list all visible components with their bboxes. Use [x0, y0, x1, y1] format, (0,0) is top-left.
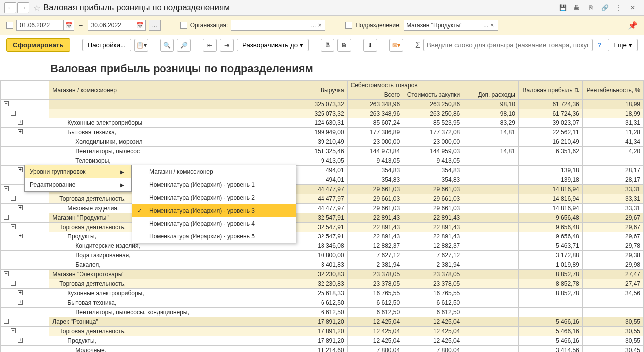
forward-button[interactable]: →	[17, 2, 29, 13]
tree-toggle-icon[interactable]: +	[18, 234, 23, 238]
date-range-dialog-button[interactable]: ...	[149, 20, 161, 31]
table-row[interactable]: −Торговая деятельность,32 547,9122 891,4…	[1, 223, 644, 232]
favorite-star-icon[interactable]: ☆	[33, 3, 40, 13]
table-row[interactable]: Бакалея,3 401,832 381,942 381,941 019,89…	[1, 260, 644, 270]
cm-level-4[interactable]: Номенклатура (Иерархия) - уровень 4	[132, 217, 296, 230]
tree-toggle-icon[interactable]: −	[11, 196, 16, 201]
table-row[interactable]: Молочные,11 214,607 800,047 800,043 414,…	[1, 346, 644, 352]
tree-toggle-icon[interactable]: −	[11, 328, 16, 333]
table-row[interactable]: Телевизоры,9 413,059 413,059 413,05	[1, 156, 644, 166]
tree-toggle-icon[interactable]: +	[18, 338, 23, 343]
preview-icon[interactable]: 🗎	[337, 39, 351, 52]
subdiv-combo[interactable]: Магазин "Продукты"...×	[404, 20, 498, 31]
help-icon[interactable]: ?	[598, 42, 601, 49]
subdiv-clear-icon[interactable]: ×	[488, 22, 496, 29]
tree-toggle-icon[interactable]: −	[4, 101, 9, 106]
zoom-out-icon[interactable]: 🔎	[177, 39, 191, 52]
col-store: Магазин / комиссионер	[49, 81, 292, 100]
export-icon[interactable]: ⎘	[586, 3, 596, 13]
link-icon[interactable]: 🔗	[600, 3, 610, 13]
print-icon-2[interactable]: 🖶	[321, 39, 334, 52]
table-row[interactable]: −Торговая деятельность,32 230,8323 378,0…	[1, 279, 644, 289]
tree-toggle-icon[interactable]: +	[18, 205, 23, 210]
print-icon[interactable]: 🖶	[572, 3, 582, 13]
paste-icon[interactable]: 📋▾	[134, 39, 148, 52]
table-row[interactable]: +Меховые изделия,44 477,9729 661,0329 66…	[1, 204, 644, 213]
col-cost-group: Себестоимость товаров	[347, 81, 518, 90]
back-button[interactable]: ←	[4, 2, 16, 13]
table-row[interactable]: Вентиляторы, пылесосы, кондиционеры,6 61…	[1, 308, 644, 317]
report-title: Валовая прибыль розницы по подразделения…	[0, 55, 644, 80]
date-checkbox[interactable]	[6, 22, 13, 29]
zoom-in-icon[interactable]: 🔍	[160, 39, 174, 52]
pin-icon[interactable]: 📌	[628, 21, 638, 30]
table-row[interactable]: −325 073,32263 348,96263 250,8698,1061 7…	[1, 109, 644, 118]
settings-button[interactable]: Настройки...	[82, 39, 131, 51]
tree-toggle-icon[interactable]: +	[18, 129, 23, 134]
table-row[interactable]: Вентиляторы, пылесос151 325,46144 973,84…	[1, 147, 644, 156]
cm-level-store[interactable]: Магазин / комиссионер	[132, 165, 296, 178]
org-clear-icon[interactable]: ×	[316, 22, 323, 29]
date-from-input[interactable]: 01.06.2022	[16, 20, 64, 31]
tree-toggle-icon[interactable]: −	[4, 215, 9, 220]
col-cost-total: Всего	[347, 90, 403, 100]
date-from-pick-icon[interactable]: 📅	[63, 20, 74, 31]
cm-level-5[interactable]: Номенклатура (Иерархия) - уровень 5	[132, 230, 296, 243]
table-row[interactable]: +Бытовая техника,199 949,00177 386,89177…	[1, 128, 644, 137]
table-row[interactable]: −Ларек "Розница"17 891,2012 425,0412 425…	[1, 317, 644, 327]
save-file-icon[interactable]: ⬇	[363, 39, 377, 52]
tree-toggle-icon[interactable]: −	[4, 271, 9, 276]
cm-group-levels[interactable]: Уровни группировок▶	[25, 165, 131, 178]
table-row[interactable]: Холодильники, морозил39 210,4923 000,002…	[1, 137, 644, 147]
cm-editing[interactable]: Редактирование▶	[25, 178, 131, 191]
table-row[interactable]: +Продукты,17 891,2012 425,0412 425,045 4…	[1, 336, 644, 346]
tree-toggle-icon[interactable]: +	[18, 167, 23, 172]
table-row[interactable]: +Бытовая техника,6 612,506 612,506 612,5…	[1, 298, 644, 308]
close-icon[interactable]: ✕	[628, 3, 638, 13]
context-menu-main[interactable]: Уровни группировок▶ Редактирование▶	[24, 165, 132, 192]
save-icon[interactable]: 💾	[558, 3, 568, 13]
cm-level-3[interactable]: Номенклатура (Иерархия) - уровень 3	[132, 204, 296, 217]
filter-input[interactable]	[423, 39, 593, 51]
col-cost-extra: Доп. расходы	[463, 90, 519, 100]
context-menu-levels[interactable]: Магазин / комиссионер Номенклатура (Иера…	[132, 165, 296, 243]
col-revenue: Выручка	[292, 81, 348, 100]
tree-toggle-icon[interactable]: −	[11, 111, 16, 116]
table-row[interactable]: +Кухонные электроприборы124 630,3185 607…	[1, 118, 644, 128]
org-label: Организация:	[190, 22, 228, 29]
subdiv-checkbox[interactable]	[345, 22, 352, 29]
date-to-pick-icon[interactable]: 📅	[135, 20, 146, 31]
cm-level-2[interactable]: Номенклатура (Иерархия) - уровень 2	[132, 191, 296, 204]
col-margin: Рентабельность, %	[582, 81, 643, 100]
tree-toggle-icon[interactable]: −	[4, 186, 9, 191]
expand-to-button[interactable]: Разворачивать до ▾	[237, 39, 309, 51]
table-row[interactable]: +Продукты,32 547,9122 891,4322 891,439 6…	[1, 232, 644, 241]
tree-toggle-icon[interactable]: +	[18, 300, 23, 305]
table-row[interactable]: Вода газированная,10 800,007 627,127 627…	[1, 251, 644, 260]
tree-toggle-icon[interactable]: +	[18, 290, 23, 295]
org-combo[interactable]: ...×	[231, 20, 325, 31]
tree-toggle-icon[interactable]: −	[11, 281, 16, 286]
col-cost-purchase: Стоимость закупки	[403, 90, 463, 100]
expand-icon[interactable]: ⇥	[220, 39, 234, 52]
tree-toggle-icon[interactable]: −	[11, 224, 16, 229]
table-row[interactable]: −325 073,32263 348,96263 250,8698,1061 7…	[1, 100, 644, 109]
tree-toggle-icon[interactable]: +	[18, 120, 23, 125]
table-row[interactable]: −Магазин "Продукты"32 547,9122 891,4322 …	[1, 213, 644, 223]
menu-dots-icon[interactable]: ⋮	[614, 3, 624, 13]
tree-toggle-icon[interactable]: −	[4, 319, 9, 324]
email-icon[interactable]: ✉▾	[389, 39, 403, 52]
date-to-input[interactable]: 30.06.2022	[88, 20, 135, 31]
table-row[interactable]: +Кухонные электроприборы,25 618,3316 765…	[1, 289, 644, 298]
subdiv-label: Подразделение:	[355, 22, 401, 29]
table-row[interactable]: −Торговая деятельность,17 891,2012 425,0…	[1, 327, 644, 336]
cm-level-1[interactable]: Номенклатура (Иерархия) - уровень 1	[132, 178, 296, 191]
run-report-button[interactable]: Сформировать	[6, 38, 70, 52]
sum-icon[interactable]: Σ	[415, 41, 420, 50]
more-button[interactable]: Еще ▾	[608, 39, 638, 51]
collapse-icon[interactable]: ⇤	[203, 39, 217, 52]
table-row[interactable]: −Магазин "Электротовары"32 230,8323 378,…	[1, 270, 644, 279]
table-row[interactable]: Кондитерские изделия,18 346,0812 882,371…	[1, 241, 644, 251]
org-checkbox[interactable]	[180, 22, 187, 29]
table-row[interactable]: −Торговая деятельность,44 477,9729 661,0…	[1, 194, 644, 204]
